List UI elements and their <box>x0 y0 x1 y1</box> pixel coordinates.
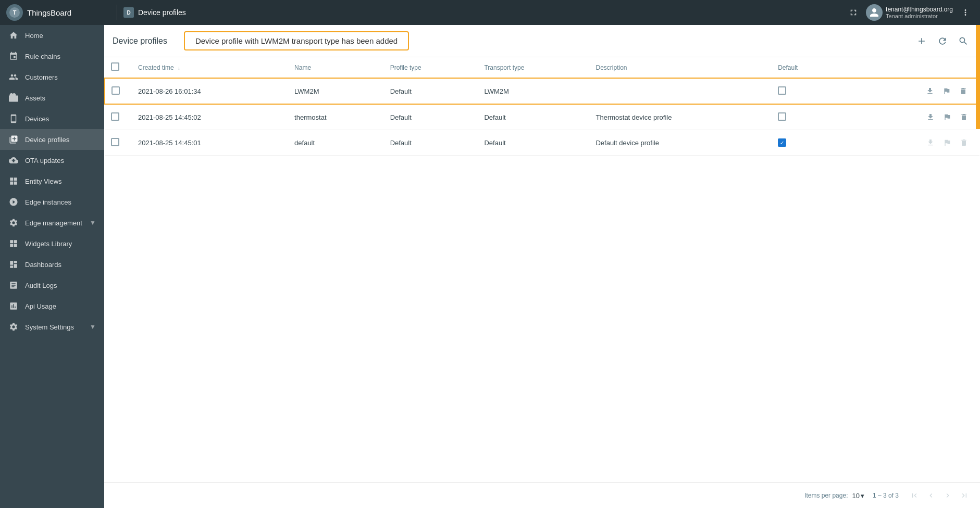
row3-description: Default device profile <box>587 130 770 156</box>
sidebar-item-label-audit-logs: Audit Logs <box>25 282 96 289</box>
per-page-arrow: ▾ <box>861 492 864 500</box>
sidebar-item-home[interactable]: Home <box>0 25 104 46</box>
table-header: Created time ↓ Name Profile type Transpo… <box>105 57 979 78</box>
sidebar-item-api-usage[interactable]: Api Usage <box>0 296 104 316</box>
header-checkbox-col <box>105 57 130 78</box>
sidebar-item-label-customers: Customers <box>25 73 96 81</box>
row3-action-buttons <box>860 135 971 150</box>
sidebar: Home Rule chains Customers Assets Device… <box>0 25 104 508</box>
header-transport-type: Transport type <box>476 57 587 78</box>
row1-delete-button[interactable] <box>956 84 971 98</box>
sidebar-item-label-ota: OTA updates <box>25 157 96 164</box>
row3-checkbox[interactable] <box>111 138 119 146</box>
header-created-time[interactable]: Created time ↓ <box>130 57 286 78</box>
header-description: Description <box>587 57 770 78</box>
sidebar-item-label-device-profiles: Device profiles <box>25 136 96 144</box>
per-page-select[interactable]: 10 ▾ <box>852 492 864 500</box>
sidebar-item-label-widgets: Widgets Library <box>25 240 96 248</box>
table-row: 2021-08-25 14:45:01 default Default Defa… <box>105 130 979 156</box>
row2-download-button[interactable] <box>923 110 938 124</box>
sidebar-item-label-entity-views: Entity Views <box>25 177 96 185</box>
row1-checkbox-cell <box>105 78 130 104</box>
sidebar-item-label-api-usage: Api Usage <box>25 302 96 310</box>
sidebar-item-edge-management[interactable]: Edge management ▼ <box>0 212 104 233</box>
next-page-button[interactable] <box>940 488 955 503</box>
created-time-label: Created time <box>138 64 174 71</box>
row2-created-time: 2021-08-25 14:45:02 <box>130 104 286 130</box>
system-settings-arrow: ▼ <box>90 323 96 331</box>
row1-download-button[interactable] <box>923 84 937 98</box>
pagination-info: 1 – 3 of 3 <box>873 492 899 499</box>
refresh-button[interactable] <box>934 33 951 49</box>
table-row: 2021-08-26 16:01:34 LWM2M Default LWM2M <box>105 78 979 104</box>
table-body: 2021-08-26 16:01:34 LWM2M Default LWM2M <box>105 78 979 156</box>
row3-name: default <box>286 130 382 156</box>
home-icon <box>8 30 19 41</box>
row3-profile-type: Default <box>382 130 476 156</box>
last-page-button[interactable] <box>957 488 972 503</box>
more-menu-button[interactable] <box>957 4 974 21</box>
fullscreen-button[interactable] <box>845 4 862 21</box>
row1-name: LWM2M <box>286 78 382 104</box>
row2-checkbox[interactable] <box>111 112 119 121</box>
sidebar-item-entity-views[interactable]: Entity Views <box>0 171 104 192</box>
entity-views-icon <box>8 176 19 186</box>
widgets-library-icon <box>8 238 19 249</box>
sidebar-item-devices[interactable]: Devices <box>0 108 104 129</box>
row2-profile-type: Default <box>382 104 476 130</box>
sidebar-item-widgets-library[interactable]: Widgets Library <box>0 233 104 254</box>
table-footer: Items per page: 10 ▾ 1 – 3 of 3 <box>104 482 980 508</box>
row3-created-time: 2021-08-25 14:45:01 <box>130 130 286 156</box>
row3-download-button[interactable] <box>923 135 938 150</box>
prev-page-button[interactable] <box>924 488 938 503</box>
navbar-divider <box>117 5 117 20</box>
api-usage-icon <box>8 301 19 311</box>
user-role: Tenant administrator <box>886 13 953 19</box>
sidebar-item-label-devices: Devices <box>25 115 96 123</box>
brand-name: ThingsBoard <box>27 8 71 17</box>
navbar-user: tenant@thingsboard.org Tenant administra… <box>866 4 953 21</box>
row1-set-default-button[interactable] <box>939 84 954 98</box>
right-edge-bar <box>976 25 980 129</box>
sidebar-item-assets[interactable]: Assets <box>0 87 104 108</box>
table-container: Created time ↓ Name Profile type Transpo… <box>104 57 980 482</box>
default-label: Default <box>778 64 798 71</box>
header-profile-type: Profile type <box>382 57 476 78</box>
first-page-button[interactable] <box>907 488 922 503</box>
row3-set-default-button[interactable] <box>940 135 954 150</box>
content-header: Device profiles Device profile with LWM2… <box>104 25 980 57</box>
svg-text:T: T <box>13 9 17 16</box>
row2-transport-type: Default <box>476 104 587 130</box>
rule-chains-icon <box>8 51 19 61</box>
row1-default-checkbox[interactable] <box>778 86 786 95</box>
row2-actions <box>851 104 979 130</box>
row2-default-checkbox[interactable] <box>778 112 786 121</box>
row1-checkbox[interactable] <box>111 86 120 95</box>
sidebar-item-edge-instances[interactable]: Edge instances <box>0 192 104 212</box>
sidebar-item-dashboards[interactable]: Dashboards <box>0 254 104 275</box>
row2-set-default-button[interactable] <box>940 110 954 124</box>
row2-delete-button[interactable] <box>957 110 971 124</box>
row3-default-checkbox[interactable]: ✓ <box>778 138 786 147</box>
profile-type-label: Profile type <box>390 64 421 71</box>
sidebar-item-rule-chains[interactable]: Rule chains <box>0 46 104 67</box>
edge-management-arrow: ▼ <box>90 219 96 226</box>
user-avatar[interactable] <box>866 4 883 21</box>
row3-default-cell: ✓ <box>770 130 851 156</box>
audit-logs-icon <box>8 280 19 290</box>
select-all-checkbox[interactable] <box>111 62 119 71</box>
sidebar-item-system-settings[interactable]: System Settings ▼ <box>0 316 104 337</box>
sidebar-item-ota-updates[interactable]: OTA updates <box>0 150 104 171</box>
row3-checkbox-cell <box>105 130 130 156</box>
add-profile-button[interactable] <box>913 33 930 49</box>
sidebar-item-device-profiles[interactable]: Device profiles <box>0 129 104 150</box>
edge-instances-icon <box>8 197 19 207</box>
row1-created-time: 2021-08-26 16:01:34 <box>130 78 286 104</box>
row3-delete-button[interactable] <box>957 135 971 150</box>
sidebar-item-customers[interactable]: Customers <box>0 67 104 87</box>
sidebar-item-label-edge-management: Edge management <box>25 219 83 227</box>
sidebar-item-label-edge-instances: Edge instances <box>25 198 96 206</box>
row1-actions <box>851 78 979 104</box>
sidebar-item-audit-logs[interactable]: Audit Logs <box>0 275 104 296</box>
search-button[interactable] <box>955 33 972 49</box>
